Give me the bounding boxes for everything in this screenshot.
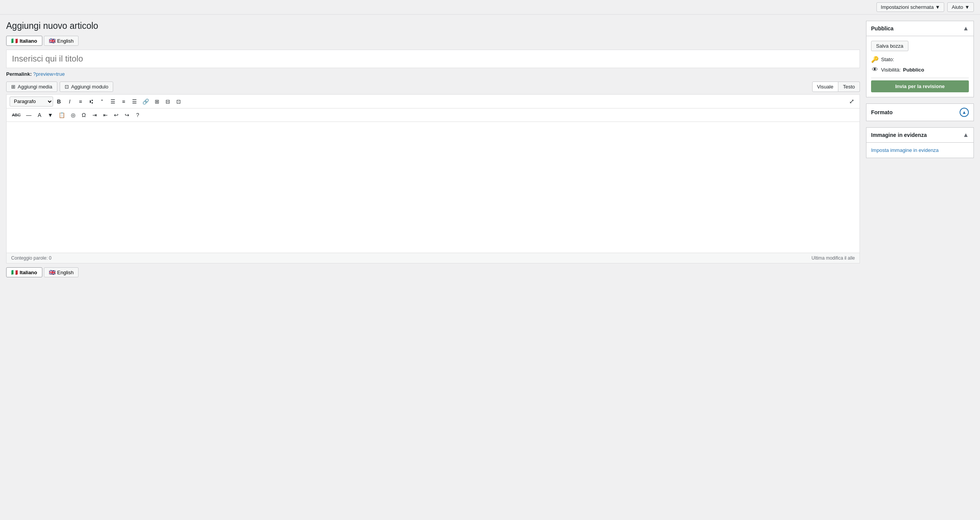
language-tabs-bottom: 🇮🇹 Italiano 🇬🇧 English [6, 267, 860, 277]
add-module-button[interactable]: ⊡ Aggiungi modulo [60, 82, 114, 92]
help-editor-button[interactable]: ? [133, 110, 143, 120]
featured-image-header: Immagine in evidenza ▲ [866, 128, 973, 143]
chevron-down-icon: ▼ [965, 4, 970, 10]
flag-it-icon: 🇮🇹 [11, 38, 18, 44]
last-modified: Ultima modifica il alle [811, 255, 855, 261]
main-content: Aggiungi nuovo articolo 🇮🇹 Italiano 🇬🇧 E… [6, 21, 860, 281]
text-color-button[interactable]: A [35, 110, 45, 120]
top-bar: Impostazioni schermata ▼ Aiuto ▼ [0, 0, 980, 15]
featured-image-toggle-icon[interactable]: ▲ [963, 132, 969, 138]
featured-image-body: Imposta immagine in evidenza [866, 143, 973, 158]
add-media-label: Aggiungi media [18, 84, 52, 90]
visibility-row: 👁 Visibilità: Pubblico [871, 66, 969, 73]
publish-box: Pubblica ▲ Salva bozza 🔑 Stato: 👁 Visibi… [866, 21, 974, 97]
divider [871, 78, 969, 78]
bold-button[interactable]: B [54, 97, 64, 107]
align-left-button[interactable]: ☰ [108, 97, 118, 107]
eye-icon: 👁 [871, 66, 879, 73]
post-title-input[interactable] [6, 50, 860, 68]
paragraph-select[interactable]: Paragrafo Titolo 1 Titolo 2 Titolo 3 Pre… [10, 97, 53, 107]
outdent-button[interactable]: ⇤ [100, 110, 110, 120]
set-featured-image-link[interactable]: Imposta immagine in evidenza [871, 147, 939, 153]
save-draft-button[interactable]: Salva bozza [871, 41, 908, 51]
visibility-label: Visibilità: [881, 67, 901, 73]
formato-box: Formato ▲ [866, 103, 974, 121]
flag-it-bottom-icon: 🇮🇹 [11, 269, 18, 275]
horizontal-rule-button[interactable]: — [24, 110, 34, 120]
expand-button[interactable]: ⤢ [847, 96, 856, 107]
permalink-label: Permalink: [6, 71, 32, 77]
permalink-bar: Permalink: ?preview=true [6, 71, 860, 77]
status-row: 🔑 Stato: [871, 56, 969, 63]
visual-tab[interactable]: Visuale [812, 82, 838, 92]
lang-tab-en-top[interactable]: 🇬🇧 English [44, 36, 79, 46]
color-dropdown-button[interactable]: ▼ [45, 110, 55, 120]
align-right-button[interactable]: ☰ [129, 97, 139, 107]
unordered-list-button[interactable]: ≡ [75, 97, 85, 107]
lang-it-bottom-label: Italiano [20, 270, 37, 275]
screen-settings-button[interactable]: Impostazioni schermata ▼ [876, 2, 944, 12]
flag-en-bottom-icon: 🇬🇧 [49, 269, 55, 275]
main-layout: Aggiungi nuovo articolo 🇮🇹 Italiano 🇬🇧 E… [0, 15, 980, 287]
undo-button[interactable]: ↩ [111, 110, 121, 120]
page-title: Aggiungi nuovo articolo [6, 21, 860, 31]
fullscreen-toolbar-button[interactable]: ⊡ [174, 97, 184, 107]
sidebar: Pubblica ▲ Salva bozza 🔑 Stato: 👁 Visibi… [866, 21, 974, 281]
text-tab[interactable]: Testo [838, 82, 860, 92]
media-buttons: ⊞ Aggiungi media ⊡ Aggiungi modulo [6, 82, 113, 92]
toolbar-row-2: ABC — A ▼ 📋 ◎ Ω ⇥ ⇤ ↩ ↪ ? [7, 108, 860, 122]
word-count: Conteggio parole: 0 [11, 255, 52, 261]
key-icon: 🔑 [871, 56, 879, 63]
featured-image-box: Immagine in evidenza ▲ Imposta immagine … [866, 127, 974, 158]
editor-toolbar-top: ⊞ Aggiungi media ⊡ Aggiungi modulo Visua… [6, 82, 860, 92]
publish-meta: 🔑 Stato: 👁 Visibilità: Pubblico [871, 56, 969, 73]
editor-footer: Conteggio parole: 0 Ultima modifica il a… [7, 253, 860, 263]
ordered-list-button[interactable]: ⑆ [86, 97, 96, 107]
blockquote-button[interactable]: " [97, 97, 107, 107]
flag-en-icon: 🇬🇧 [49, 38, 55, 44]
italic-button[interactable]: I [65, 97, 75, 107]
toggle-toolbar-button[interactable]: ⊟ [163, 97, 173, 107]
formato-toggle-icon[interactable]: ▲ [960, 108, 969, 117]
lang-tab-it-top[interactable]: 🇮🇹 Italiano [6, 36, 42, 46]
chevron-down-icon: ▼ [935, 4, 940, 10]
status-label: Stato: [881, 57, 894, 62]
view-tabs: Visuale Testo [812, 82, 860, 92]
add-media-icon: ⊞ [11, 84, 15, 90]
formato-title: Formato [871, 109, 893, 115]
submit-for-review-button[interactable]: Invia per la revisione [871, 80, 969, 92]
indent-button[interactable]: ⇥ [90, 110, 100, 120]
toolbar-row-1: Paragrafo Titolo 1 Titolo 2 Titolo 3 Pre… [7, 95, 860, 108]
featured-image-title: Immagine in evidenza [871, 132, 927, 138]
clear-formatting-button[interactable]: ◎ [68, 110, 78, 120]
add-media-button[interactable]: ⊞ Aggiungi media [6, 82, 57, 92]
editor-box: Paragrafo Titolo 1 Titolo 2 Titolo 3 Pre… [6, 94, 860, 263]
add-module-label: Aggiungi modulo [71, 84, 109, 90]
screen-settings-label: Impostazioni schermata [881, 4, 933, 10]
lang-tab-en-bottom[interactable]: 🇬🇧 English [44, 267, 79, 277]
lang-tab-it-bottom[interactable]: 🇮🇹 Italiano [6, 267, 42, 277]
insert-link-button[interactable]: 🔗 [140, 97, 151, 107]
editor-content-area[interactable] [7, 122, 860, 253]
lang-en-label: English [57, 38, 74, 44]
lang-it-label: Italiano [20, 38, 37, 44]
help-button[interactable]: Aiuto ▼ [947, 2, 974, 12]
add-module-icon: ⊡ [65, 84, 69, 90]
special-chars-button[interactable]: Ω [79, 110, 89, 120]
publish-box-header: Pubblica ▲ [866, 21, 973, 36]
paste-as-text-button[interactable]: 📋 [56, 110, 67, 120]
publish-toggle-icon[interactable]: ▲ [963, 25, 969, 32]
help-label: Aiuto [952, 4, 963, 10]
publish-box-body: Salva bozza 🔑 Stato: 👁 Visibilità: Pubbl… [866, 36, 973, 97]
visibility-value: Pubblico [903, 67, 924, 73]
lang-en-bottom-label: English [57, 270, 74, 275]
insert-table-button[interactable]: ⊞ [152, 97, 162, 107]
permalink-link[interactable]: ?preview=true [33, 71, 65, 77]
redo-button[interactable]: ↪ [122, 110, 132, 120]
strikethrough-button[interactable]: ABC [10, 110, 23, 120]
align-center-button[interactable]: ≡ [119, 97, 129, 107]
publish-title: Pubblica [871, 25, 893, 32]
formato-box-header: Formato ▲ [866, 104, 973, 121]
language-tabs-top: 🇮🇹 Italiano 🇬🇧 English [6, 36, 860, 46]
